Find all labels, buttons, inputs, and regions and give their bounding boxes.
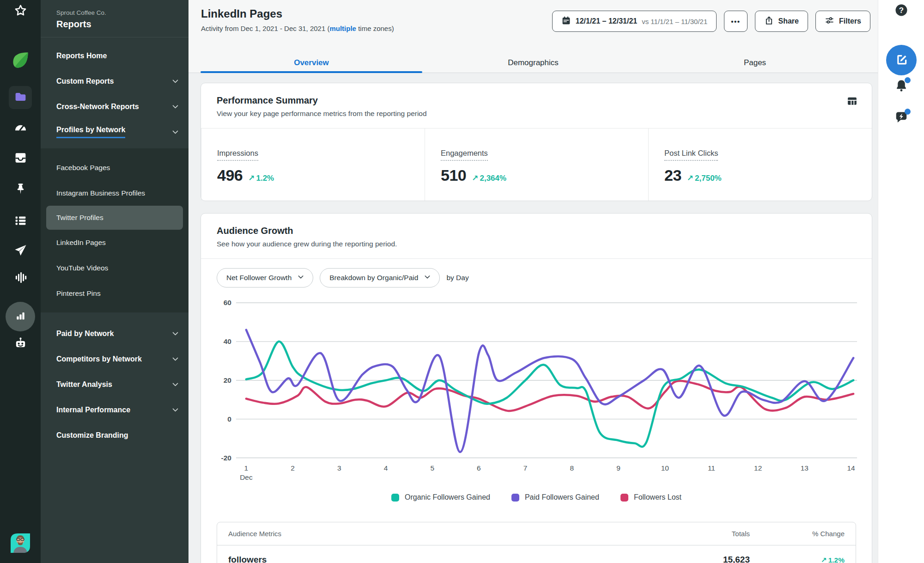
timezones-link[interactable]: multiple [329,24,356,32]
date-range-button[interactable]: 12/1/21 – 12/31/21 vs 11/1/21 – 11/30/21 [552,11,717,32]
table-row-followers: followers 15,623 ↗1.2% [217,545,856,563]
bolt-bubble-icon [894,110,908,126]
performance-summary-subtitle: View your key page performance metrics f… [217,110,427,118]
legend-label: Followers Lost [634,493,681,502]
share-button[interactable]: Share [755,11,808,32]
sidebar-item-linkedin-pages[interactable]: LinkedIn Pages [41,230,188,255]
folder-icon [14,90,27,105]
rail-item-listening[interactable] [9,267,31,289]
sidebar-item-youtube-videos[interactable]: YouTube Videos [41,255,188,281]
sidebar-item-custom-reports[interactable]: Custom Reports [41,68,188,94]
tab-demographics[interactable]: Demographics [422,53,644,73]
tab-overview[interactable]: Overview [201,53,422,73]
sidebar-nav-profiles: Facebook Pages Instagram Business Profil… [41,148,188,312]
sidebar-item-reports-home[interactable]: Reports Home [41,43,188,68]
tab-pages[interactable]: Pages [644,53,866,73]
legend-swatch [391,494,399,502]
audience-growth-title: Audience Growth [217,226,397,236]
utility-item-whats-new[interactable] [890,107,912,129]
chevron-down-icon [171,406,179,414]
svg-text:10: 10 [661,464,669,472]
chevron-down-icon [171,355,179,363]
user-avatar[interactable] [10,532,31,554]
leaf-icon [10,50,30,72]
metric-change: ↗2,364% [472,173,506,183]
rail-item-sprout-logo[interactable] [9,50,31,72]
sidebar-item-paid-by-network[interactable]: Paid by Network [41,321,188,346]
utility-item-notifications[interactable] [890,75,912,98]
chevron-down-icon [171,77,179,85]
utility-item-help[interactable]: ? [890,0,912,22]
legend-label: Organic Followers Gained [405,493,490,502]
table-view-icon[interactable] [846,95,858,109]
sidebar-item-twitter-profiles[interactable]: Twitter Profiles [46,206,183,230]
metric-value: 510 [441,166,466,184]
sidebar-item-twitter-analysis[interactable]: Twitter Analysis [41,372,188,397]
legend-label: Paid Followers Gained [525,493,599,502]
page-title: LinkedIn Pages [201,7,394,20]
report-tabs: OverviewDemographicsPages [188,53,878,73]
page-header: LinkedIn Pages Activity from Dec 1, 2021… [188,0,878,53]
help-icon: ? [894,3,908,19]
audience-growth-chart: 6040200-201234567891011121314Dec [201,290,872,482]
chevron-down-icon [424,273,431,282]
utility-item-compose[interactable] [886,45,917,75]
metric-label[interactable]: Engagements [441,149,488,161]
sidebar-item-customize-branding[interactable]: Customize Branding [41,422,188,448]
sidebar-item-cross-network-reports[interactable]: Cross-Network Reports [41,94,188,119]
col-audience-metrics: Audience Metrics [228,530,648,538]
utility-rail: ? [878,0,924,563]
rail-item-dashboard[interactable] [9,117,31,139]
svg-text:60: 60 [224,299,231,306]
rail-item-inbox[interactable] [9,147,31,170]
reports-sidebar: Sprout Coffee Co. Reports Reports Home C… [41,0,188,563]
breakdown-dropdown[interactable]: Breakdown by Organic/Paid [320,268,440,288]
svg-text:11: 11 [708,464,715,472]
metric-change: ↗2,750% [687,173,722,183]
metric-label[interactable]: Post Link Clicks [664,149,718,161]
metric-cell-post-link-clicks: Post Link Clicks 23 ↗2,750% [648,129,872,201]
row-metric-label[interactable]: followers [228,555,267,563]
chevron-down-icon [171,330,179,337]
legend-item-paid-followers-gained[interactable]: Paid Followers Gained [511,493,599,502]
chevron-down-icon [171,380,179,388]
svg-text:8: 8 [570,464,574,472]
metric-cell-impressions: Impressions 496 ↗1.2% [201,129,425,201]
rail-item-automation[interactable] [9,333,31,355]
pin-icon [14,182,27,197]
list-icon [14,214,27,229]
metric-label[interactable]: Impressions [217,149,258,161]
inbox-icon [14,151,27,166]
sidebar-item-pinterest-pins[interactable]: Pinterest Pins [41,281,188,306]
bars-icon [14,309,27,324]
rail-item-tasks[interactable] [9,210,31,233]
legend-swatch [511,494,519,502]
rail-item-publishing[interactable] [9,240,31,262]
filters-button[interactable]: Filters [815,11,870,32]
arrow-up-right-icon: ↗ [821,556,827,563]
sidebar-item-facebook-pages[interactable]: Facebook Pages [41,155,188,180]
metric-dropdown[interactable]: Net Follower Growth [217,268,313,288]
sidebar-nav-top: Reports Home Custom Reports Cross-Networ… [41,37,188,145]
sidebar-item-internal-performance[interactable]: Internal Performance [41,397,188,422]
rail-item-favorites[interactable] [9,0,31,22]
legend-item-followers-lost[interactable]: Followers Lost [620,493,681,502]
summary-metrics: Impressions 496 ↗1.2% Engagements 510 ↗2… [201,128,872,201]
sidebar-item-instagram-business-profiles[interactable]: Instagram Business Profiles [41,180,188,206]
arrow-up-right-icon: ↗ [687,174,693,183]
page-subtitle: Activity from Dec 1, 2021 - Dec 31, 2021… [201,24,394,32]
svg-text:?: ? [899,6,903,15]
more-options-button[interactable]: ••• [724,11,747,32]
sidebar-title: Reports [56,19,188,30]
sidebar-item-competitors-by-network[interactable]: Competitors by Network [41,346,188,372]
sidebar-item-profiles-by-network[interactable]: Profiles by Network [41,119,188,145]
performance-summary-card: Performance Summary View your key page p… [201,83,872,201]
svg-text:7: 7 [523,464,528,472]
svg-text:3: 3 [337,464,341,472]
svg-text:14: 14 [847,464,855,472]
rail-item-pinned[interactable] [9,178,31,201]
rail-item-reports[interactable] [6,302,35,331]
rail-item-plan[interactable] [9,86,32,109]
app-icon-rail [0,0,41,563]
legend-item-organic-followers-gained[interactable]: Organic Followers Gained [391,493,490,502]
